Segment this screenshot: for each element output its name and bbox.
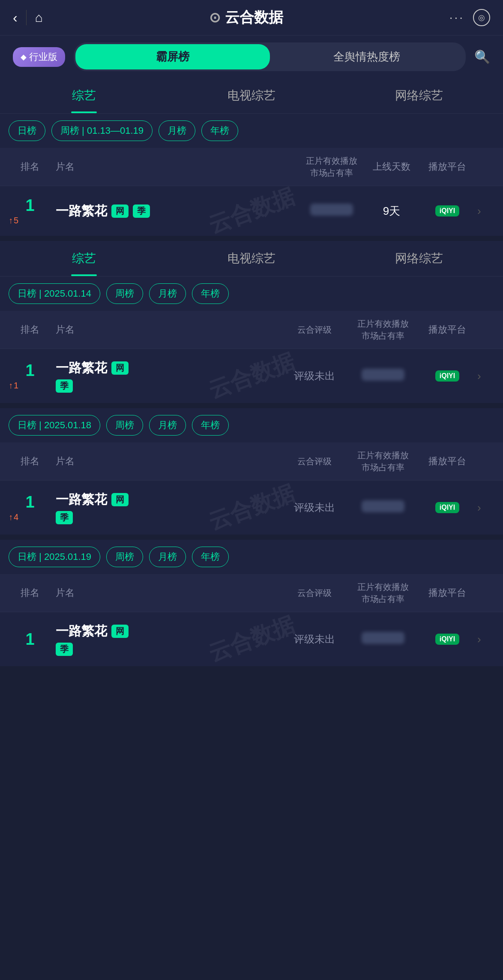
table-header-1: 排名 片名 正片有效播放市场占有率 上线天数 播放平台 xyxy=(0,148,503,186)
row-arrow-2[interactable]: › xyxy=(477,370,494,383)
platform-cell-3: iQIYI xyxy=(417,502,477,513)
rank-cell-3: 1 ↑ 4 xyxy=(9,493,51,522)
filter-yearly-3[interactable]: 年榜 xyxy=(192,415,229,436)
sub-tab-zongyi-2[interactable]: 综艺 xyxy=(0,241,168,276)
table-header-4: 排名 片名 云合评级 正片有效播放市场占有率 播放平台 xyxy=(0,574,503,612)
rank-cell-4: 1 xyxy=(9,630,51,649)
table-row-4[interactable]: 1 一路繁花 网 季 评级未出 iQIYI › xyxy=(0,612,503,666)
filter-daily-3[interactable]: 日榜 | 2025.01.18 xyxy=(9,415,100,436)
rank-number-4: 1 xyxy=(9,630,51,649)
back-button[interactable]: ‹ xyxy=(13,10,18,26)
search-button[interactable]: 🔍 xyxy=(474,49,490,64)
filter-weekly-4[interactable]: 周榜 xyxy=(106,547,143,567)
filter-weekly-3[interactable]: 周榜 xyxy=(106,415,143,436)
col-days-label: 上线天数 xyxy=(366,160,417,173)
row-arrow-4[interactable]: › xyxy=(477,633,494,646)
table-row-3[interactable]: 1 ↑ 4 一路繁花 网 季 评级未出 xyxy=(0,480,503,535)
col-rating-label-2: 云合评级 xyxy=(280,324,349,336)
sub-tab-net[interactable]: 网络综艺 xyxy=(335,78,503,113)
show-title-2: 一路繁花 xyxy=(56,359,107,377)
filter-daily[interactable]: 日榜 xyxy=(9,120,45,141)
rank-cell: 1 ↑ 5 xyxy=(9,196,51,225)
more-button[interactable]: ··· xyxy=(449,11,464,24)
col-rate-label: 正片有效播放市场占有率 xyxy=(297,155,366,179)
tag-season-4: 季 xyxy=(56,643,73,656)
record-button[interactable]: ◎ xyxy=(473,9,490,26)
sub-tab-tv-2[interactable]: 电视综艺 xyxy=(168,241,335,276)
filter-row-2: 日榜 | 2025.01.14 周榜 月榜 年榜 xyxy=(0,277,503,311)
sub-tab-net-2[interactable]: 网络综艺 xyxy=(335,241,503,276)
col-name-label: 片名 xyxy=(51,160,297,173)
rank-number-3: 1 xyxy=(9,493,51,511)
tab-baping[interactable]: 霸屏榜 xyxy=(75,44,270,69)
rank-change-2: ↑ 1 xyxy=(9,381,51,391)
section-4-rows: 云合数据 1 一路繁花 网 季 评级未出 iQIYI xyxy=(0,612,503,666)
iqiyi-badge-3: iQIYI xyxy=(435,502,459,513)
col-platform-label-4: 播放平台 xyxy=(417,586,477,599)
rating-value-3: 评级未出 xyxy=(294,502,335,513)
col-platform-label: 播放平台 xyxy=(417,160,477,173)
rank-arrow-up-3: ↑ xyxy=(9,512,13,522)
section-4: 日榜 | 2025.01.19 周榜 月榜 年榜 排名 片名 云合评级 正片有效… xyxy=(0,540,503,666)
days-value: 9天 xyxy=(383,204,400,217)
show-title: 一路繁花 xyxy=(56,202,107,220)
col-rank-label-4: 排名 xyxy=(9,586,51,599)
sub-tab-tv[interactable]: 电视综艺 xyxy=(168,78,335,113)
tag-season-2: 季 xyxy=(56,379,73,393)
row-arrow[interactable]: › xyxy=(477,204,494,218)
tag-net-2: 网 xyxy=(111,361,129,375)
filter-monthly[interactable]: 月榜 xyxy=(159,120,195,141)
iqiyi-badge: iQIYI xyxy=(435,205,459,216)
col-rank-label: 排名 xyxy=(9,160,51,173)
col-name-label-2: 片名 xyxy=(51,323,280,336)
filter-monthly-2[interactable]: 月榜 xyxy=(149,283,186,304)
platform-cell: iQIYI xyxy=(417,205,477,216)
home-button[interactable]: ⌂ xyxy=(35,10,43,25)
tag-season-3: 季 xyxy=(56,511,73,524)
table-header-2: 排名 片名 云合评级 正片有效播放市场占有率 播放平台 xyxy=(0,311,503,349)
filter-daily-4[interactable]: 日榜 | 2025.01.19 xyxy=(9,547,100,567)
rank-arrow-up: ↑ xyxy=(9,216,13,225)
blurred-rate xyxy=(310,204,353,216)
show-name-cell-2: 一路繁花 网 季 xyxy=(51,359,280,393)
col-rating-label-3: 云合评级 xyxy=(280,455,349,467)
rating-value-2: 评级未出 xyxy=(294,370,335,382)
rank-change: ↑ 5 xyxy=(9,216,51,225)
col-name-label-4: 片名 xyxy=(51,586,280,599)
show-name-cell-4: 一路繁花 网 季 xyxy=(51,622,280,656)
col-rate-label-3: 正片有效播放市场占有率 xyxy=(349,449,417,473)
nav-bar: ‹ ⌂ ⊙ 云合数据 ··· ◎ xyxy=(0,0,503,36)
filter-monthly-4[interactable]: 月榜 xyxy=(149,547,186,567)
rating-value-4: 评级未出 xyxy=(294,633,335,645)
filter-monthly-3[interactable]: 月榜 xyxy=(149,415,186,436)
section-1-rows: 云合数据 1 ↑ 5 一路繁花 网 季 9天 xyxy=(0,186,503,236)
filter-daily-2[interactable]: 日榜 | 2025.01.14 xyxy=(9,283,100,304)
filter-row-1: 日榜 周榜 | 01.13—01.19 月榜 年榜 xyxy=(0,114,503,148)
rate-cell-2 xyxy=(349,369,417,384)
filter-weekly[interactable]: 周榜 | 01.13—01.19 xyxy=(51,120,153,141)
industry-badge[interactable]: ◆ 行业版 xyxy=(13,47,65,67)
table-header-3: 排名 片名 云合评级 正片有效播放市场占有率 播放平台 xyxy=(0,442,503,480)
filter-yearly[interactable]: 年榜 xyxy=(201,120,238,141)
page-title: ⊙ 云合数据 xyxy=(51,8,441,27)
tag-net-4: 网 xyxy=(111,625,129,638)
filter-row-3: 日榜 | 2025.01.18 周榜 月榜 年榜 xyxy=(0,408,503,442)
filter-yearly-4[interactable]: 年榜 xyxy=(192,547,229,567)
sub-tab-zongyi[interactable]: 综艺 xyxy=(0,78,168,113)
row-arrow-3[interactable]: › xyxy=(477,501,494,514)
table-row-2[interactable]: 1 ↑ 1 一路繁花 网 季 评级未出 xyxy=(0,349,503,403)
sub-tab-bar-1: 综艺 电视综艺 网络综艺 xyxy=(0,78,503,114)
filter-weekly-2[interactable]: 周榜 xyxy=(106,283,143,304)
col-platform-label-2: 播放平台 xyxy=(417,323,477,336)
tab-yuqing[interactable]: 全舆情热度榜 xyxy=(270,44,464,69)
rating-cell-4: 评级未出 xyxy=(280,632,349,646)
filter-yearly-2[interactable]: 年榜 xyxy=(192,283,229,304)
rank-change-num-3: 4 xyxy=(14,512,18,522)
section-2: 综艺 电视综艺 网络综艺 日榜 | 2025.01.14 周榜 月榜 年榜 排名… xyxy=(0,241,503,403)
rank-change-num: 5 xyxy=(14,216,18,225)
main-tabs: 霸屏榜 全舆情热度榜 xyxy=(74,42,466,71)
section-3: 日榜 | 2025.01.18 周榜 月榜 年榜 排名 片名 云合评级 正片有效… xyxy=(0,408,503,535)
filter-row-4: 日榜 | 2025.01.19 周榜 月榜 年榜 xyxy=(0,540,503,574)
col-rate-label-4: 正片有效播放市场占有率 xyxy=(349,581,417,605)
table-row[interactable]: 1 ↑ 5 一路繁花 网 季 9天 iQIYI xyxy=(0,186,503,236)
